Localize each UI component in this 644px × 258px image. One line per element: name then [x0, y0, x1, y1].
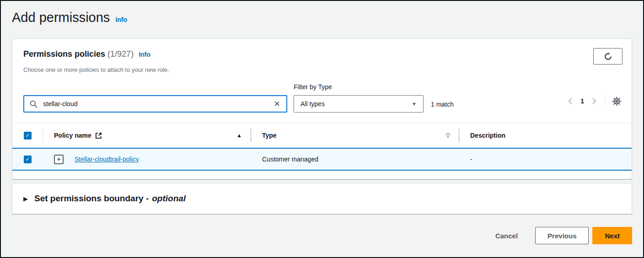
row-checkbox[interactable]: ✓ [24, 156, 32, 163]
plus-icon: + [57, 156, 60, 162]
row-description-value: - [470, 156, 472, 163]
panel-title-row: Permissions policies (1/927) Info [23, 48, 169, 60]
type-filter-value: All types [301, 100, 325, 108]
row-type-cell: Customer managed [251, 156, 459, 163]
table-header-row: ✓ Policy name ▲ Type ▽ Description [12, 123, 632, 148]
match-count: 1 match [431, 101, 454, 113]
type-filter-label: Filter by Type [294, 82, 424, 91]
page-info-link[interactable]: Info [115, 16, 127, 23]
next-button[interactable]: Next [592, 227, 632, 244]
search-icon [30, 100, 38, 108]
row-select-cell: ✓ [12, 156, 43, 163]
select-all-checkbox[interactable]: ✓ [24, 132, 32, 140]
chevron-left-icon [568, 97, 573, 105]
selection-count: (1/927) [107, 49, 134, 59]
type-header[interactable]: Type ▽ [251, 132, 459, 139]
expand-section-icon[interactable]: ▶ [23, 195, 28, 202]
type-filter-select[interactable]: All types ▼ [294, 95, 424, 113]
description-header: Description [459, 132, 632, 139]
check-icon: ✓ [25, 156, 30, 162]
table-toolbar: × Filter by Type All types ▼ 1 match 1 [12, 74, 632, 123]
row-description-cell: - [459, 156, 632, 163]
policy-name-header-label: Policy name [54, 132, 91, 139]
wizard-footer: Cancel Previous Next [12, 227, 632, 244]
policy-name-link[interactable]: Stellar-cloudtrail-policy [75, 156, 139, 163]
row-policy-name-cell: + Stellar-cloudtrail-policy [43, 155, 251, 164]
type-header-label: Type [262, 132, 277, 139]
external-link-icon [95, 132, 102, 139]
panel-header: Permissions policies (1/927) Info Choose… [12, 39, 632, 74]
previous-page-button[interactable] [565, 96, 576, 107]
table-bottom-spacer [12, 171, 632, 179]
current-page-number[interactable]: 1 [580, 97, 584, 105]
panel-title: Permissions policies [23, 49, 105, 59]
expand-row-button[interactable]: + [54, 155, 64, 164]
panel-description: Choose one or more policies to attach to… [23, 66, 169, 74]
table-preferences-button[interactable] [611, 96, 623, 107]
boundary-section-title: Set permissions boundary - [34, 194, 149, 204]
description-header-label: Description [470, 132, 505, 139]
page-header: Add permissions Info [12, 8, 632, 27]
permissions-policies-panel: Permissions policies (1/927) Info Choose… [12, 38, 632, 179]
refresh-button[interactable] [593, 48, 623, 64]
check-icon: ✓ [25, 133, 30, 138]
chevron-right-icon [591, 97, 597, 105]
select-all-cell: ✓ [12, 132, 43, 140]
policy-name-header[interactable]: Policy name ▲ [43, 132, 251, 139]
search-input[interactable] [42, 100, 273, 108]
search-box[interactable]: × [23, 95, 287, 113]
previous-button[interactable]: Previous [535, 227, 589, 244]
table-row[interactable]: ✓ + Stellar-cloudtrail-policy Customer m… [12, 148, 632, 171]
refresh-icon [604, 52, 612, 61]
row-type-value: Customer managed [262, 156, 318, 163]
type-filter-group: Filter by Type All types ▼ [294, 82, 424, 113]
cancel-button[interactable]: Cancel [494, 229, 520, 242]
page-title: Add permissions [12, 8, 110, 27]
clear-search-button[interactable]: × [273, 99, 281, 109]
next-page-button[interactable] [589, 96, 600, 107]
gear-icon [612, 97, 622, 106]
panel-header-text: Permissions policies (1/927) Info Choose… [23, 48, 169, 74]
sort-ascending-icon[interactable]: ▲ [236, 132, 242, 139]
panel-info-link[interactable]: Info [139, 51, 150, 58]
chevron-down-icon: ▼ [412, 101, 417, 107]
clear-icon: × [274, 98, 280, 109]
sort-none-icon[interactable]: ▽ [446, 132, 450, 139]
boundary-optional-label: optional [152, 194, 186, 204]
permissions-boundary-section[interactable]: ▶ Set permissions boundary - optional [12, 183, 632, 214]
toolbar-divider [605, 93, 606, 109]
pagination: 1 [565, 93, 623, 113]
